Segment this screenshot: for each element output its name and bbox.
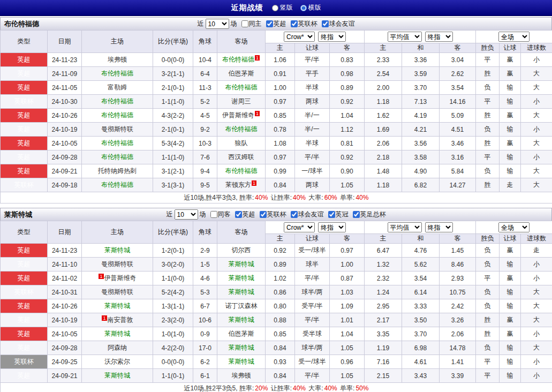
odds-cell: 1.48 [365, 164, 402, 178]
home-team-cell: 1南安普敦 [82, 313, 153, 327]
away-team-cell: 布伦特福德 [217, 123, 266, 137]
result-cell: 胜 [476, 178, 500, 192]
filter-checkbox[interactable]: 同客 [210, 210, 231, 219]
odds-stage-select[interactable]: 终指 [318, 222, 346, 232]
result-cell: 走 [500, 178, 521, 192]
date-cell: 24-11-10 [48, 258, 82, 272]
odds-cell: 3.43 [402, 369, 440, 383]
checkbox-input[interactable] [241, 20, 248, 27]
result-cell: 平 [476, 272, 500, 285]
corners-cell: 17-0 [193, 341, 217, 355]
layout-horizontal-option[interactable]: 横版 [300, 3, 321, 12]
date-cell: 24-11-02 [48, 272, 82, 285]
column-header: 类型 [1, 31, 48, 53]
filter-checkbox[interactable]: 英冠 [328, 210, 349, 219]
filter-checkbox[interactable]: 英超 [235, 210, 255, 219]
score-cell: 2-3(2-0) [153, 313, 193, 327]
summary-part: 40% [255, 194, 268, 201]
corners-cell: 5-2 [193, 95, 217, 109]
checkbox-input[interactable] [266, 20, 273, 27]
odds-cell: 1.04 [330, 327, 365, 341]
europe-stage-select[interactable]: 终指 [425, 222, 453, 232]
filter-checkbox[interactable]: 英联杯 [260, 210, 286, 219]
vertical-radio-label: 竖版 [280, 3, 293, 12]
date-cell: 24-10-05 [48, 327, 82, 341]
corners-cell: 10-6 [193, 313, 217, 327]
filter-checkbox[interactable]: 英足总杯 [353, 210, 386, 219]
home-team-cell: 托特纳姆热刺 [82, 164, 153, 178]
match-row: 英超24-10-26布伦特福德4-3(2-2)4-5伊普斯维奇10.85半/一1… [1, 109, 552, 123]
recent-count-select[interactable]: 10 [175, 209, 198, 220]
result-scope-select[interactable]: 全场 [498, 32, 530, 42]
team-link: 埃弗顿 [232, 372, 251, 379]
layout-toggle: 竖版 横版 [272, 3, 321, 12]
checkbox-input[interactable] [353, 211, 360, 218]
corners-cell: 6-1 [193, 369, 217, 383]
score-cell: 5-2(4-2) [153, 285, 193, 299]
corners-cell: 9-5 [193, 178, 217, 192]
league-cell: 英超 [1, 150, 48, 164]
odds-cell: 两球 [295, 178, 330, 192]
checkbox-input[interactable] [328, 211, 335, 218]
checkbox-input[interactable] [235, 211, 242, 218]
match-filters: 近10场同客英超英联杯球会友谊英冠英足总杯 [167, 209, 386, 220]
odds-cell: 半球 [295, 137, 330, 150]
filter-checkbox[interactable]: 同主 [241, 19, 262, 28]
checkbox-input[interactable] [260, 211, 267, 218]
filter-checkbox[interactable]: 英超 [266, 19, 286, 28]
odds-cell: 0.81 [330, 137, 365, 150]
filter-checkbox[interactable]: 球会友谊 [322, 19, 355, 28]
date-cell: 24-11-23 [48, 53, 82, 67]
odds-cell: 0.86 [266, 285, 295, 299]
odds-cell: 2.42 [440, 299, 476, 313]
layout-vertical-option[interactable]: 竖版 [272, 3, 293, 12]
match-row: 英超24-11-23莱斯特城1-2(0-1)2-9切尔西0.92受一/球半0.9… [1, 244, 552, 258]
europe-company-select[interactable]: 平均值 [388, 32, 422, 42]
sub-column-header: 客 [330, 234, 365, 244]
team-link: 曼彻斯特联 [101, 125, 133, 133]
score-cell: 3-1(3-1) [153, 178, 193, 192]
home-team-cell: 布伦特福德 [82, 137, 153, 150]
score-cell: 3-2(1-1) [153, 67, 193, 81]
checkbox-input[interactable] [291, 20, 298, 27]
odds-cell: 1.19 [365, 341, 402, 355]
filter-checkbox[interactable]: 球会友谊 [291, 210, 324, 219]
recent-count-select[interactable]: 10 [206, 19, 229, 29]
checkbox-input[interactable] [210, 211, 217, 218]
team-link: 布伦特福德 [101, 70, 133, 77]
result-cell: 大 [521, 178, 552, 192]
corners-cell: 9-4 [193, 164, 217, 178]
sub-column-header: 让球 [295, 43, 330, 53]
odds-stage-select[interactable]: 终指 [318, 32, 346, 42]
odds-cell: 平/半 [295, 53, 330, 67]
odds-cell: 0.97 [266, 150, 295, 164]
date-cell: 24-09-21 [48, 164, 82, 178]
team-link: 莱顿东方 [225, 181, 251, 189]
odds-cell: 0.87 [330, 272, 365, 285]
odds-company-select[interactable]: Crow* [284, 222, 315, 232]
result-scope-select[interactable]: 全场 [498, 222, 530, 232]
filter-near-label: 近 [167, 210, 173, 219]
result-cell: 输 [500, 285, 521, 299]
odds-company-select[interactable]: Crow* [284, 32, 315, 42]
filter-games-label: 场 [231, 19, 237, 28]
league-cell: 英超 [1, 327, 48, 341]
vertical-radio-input[interactable] [272, 5, 278, 11]
europe-company-select[interactable]: 平均值 [388, 222, 422, 232]
result-cell: 输 [500, 81, 521, 95]
filter-checkbox[interactable]: 英联杯 [291, 19, 317, 28]
date-cell: 24-10-19 [48, 313, 82, 327]
odds-cell: 2.95 [365, 299, 402, 313]
checkbox-label: 同主 [249, 19, 262, 28]
result-cell: 平 [476, 369, 500, 383]
odds-cell: 2.17 [365, 313, 402, 327]
europe-stage-select[interactable]: 终指 [425, 32, 453, 42]
score-cell: 1-1(0-0) [153, 272, 193, 285]
result-cell: 胜 [476, 137, 500, 150]
checkbox-input[interactable] [291, 211, 298, 218]
horizontal-radio-input[interactable] [300, 5, 307, 11]
league-cell: 英超 [1, 244, 48, 258]
checkbox-input[interactable] [322, 20, 329, 27]
team-link: 托特纳姆热刺 [98, 167, 137, 175]
match-row: 英超24-10-05布伦特福德5-3(4-2)10-3狼队1.08半球0.812… [1, 137, 552, 150]
